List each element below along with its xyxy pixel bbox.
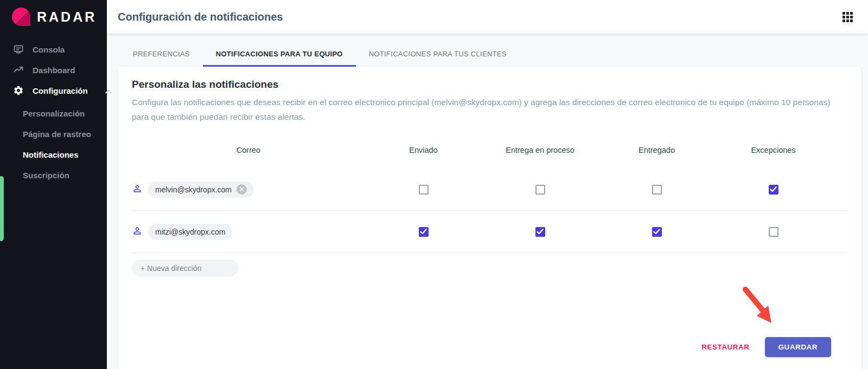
email-chip-label: melvin@skydropx.com — [155, 185, 232, 194]
page-title: Configuración de notificaciones — [118, 11, 283, 23]
sidebar-item-label: Configuración — [33, 86, 88, 95]
sidebar-subitem-label: Personalización — [23, 109, 85, 118]
sidebar-item-notificaciones[interactable]: Notificaciones — [0, 144, 107, 165]
tab-notificaciones-equipo[interactable]: NOTIFICACIONES PARA TU EQUIPO — [203, 44, 356, 67]
chevron-up-icon — [105, 86, 112, 95]
brand-name: RADAR — [37, 9, 97, 25]
email-cell: melvin@skydropx.com ✕ — [132, 182, 365, 198]
table-header-row: Correo Enviado Entrega en proceso Entreg… — [132, 143, 847, 169]
column-header-excepciones: Excepciones — [715, 143, 832, 169]
checkbox-row1-excepciones[interactable] — [769, 185, 778, 195]
column-header-correo: Correo — [132, 143, 365, 169]
column-header-entregado: Entregado — [598, 143, 715, 169]
checkbox-row2-excepciones[interactable] — [769, 227, 778, 237]
save-button[interactable]: GUARDAR — [765, 337, 832, 357]
checkbox-row1-entrega-en-proceso[interactable] — [535, 185, 545, 195]
sidebar-item-personalizacion[interactable]: Personalización — [0, 103, 107, 124]
app-window: RADAR Consola Dashboa — [0, 0, 868, 369]
column-header-enviado: Enviado — [365, 143, 482, 169]
console-icon — [13, 44, 24, 55]
sidebar-subitem-label: Suscripción — [23, 171, 69, 180]
notifications-card: Personaliza las notificaciones Configura… — [118, 67, 861, 369]
trending-up-icon — [13, 64, 24, 75]
column-header-entrega-en-proceso: Entrega en proceso — [482, 143, 598, 169]
brand-logo[interactable]: RADAR — [0, 0, 107, 34]
person-icon — [132, 225, 143, 238]
gear-icon — [13, 85, 24, 96]
footer-actions: RESTAURAR GUARDAR — [132, 337, 847, 361]
email-chip[interactable]: mitzi@skydropx.com — [148, 224, 232, 240]
section-heading: Personaliza las notificaciones — [132, 79, 847, 90]
configuracion-submenu: Personalización Página de rastreo Notifi… — [0, 101, 107, 185]
sidebar-item-suscripcion[interactable]: Suscripción — [0, 165, 107, 185]
checkbox-row2-entregado[interactable] — [652, 227, 662, 237]
person-icon — [132, 183, 143, 196]
add-address-button[interactable]: + Nueva dirección — [132, 260, 238, 277]
tab-preferencias[interactable]: PREFERENCIAS — [120, 44, 203, 67]
sidebar-subitem-label: Notificaciones — [23, 150, 79, 159]
scroll-indicator — [0, 176, 4, 241]
radar-logo-icon — [12, 8, 30, 26]
email-cell: mitzi@skydropx.com — [132, 224, 365, 240]
sidebar-item-consola[interactable]: Consola — [0, 39, 107, 60]
sidebar-nav: Consola Dashboard Configuración — [0, 34, 107, 101]
top-bar: Configuración de notificaciones — [107, 0, 868, 34]
sidebar-item-configuracion[interactable]: Configuración — [0, 80, 107, 101]
table-row: mitzi@skydropx.com — [132, 211, 847, 253]
apps-grid-icon[interactable] — [843, 12, 853, 22]
email-chip[interactable]: melvin@skydropx.com ✕ — [148, 182, 254, 198]
sidebar-item-pagina-de-rastreo[interactable]: Página de rastreo — [0, 124, 107, 144]
checkbox-row2-enviado[interactable] — [419, 227, 429, 237]
sidebar-item-label: Dashboard — [33, 66, 75, 75]
sidebar: RADAR Consola Dashboa — [0, 0, 107, 369]
section-description: Configura las notificaciones que deseas … — [132, 95, 847, 124]
email-chip-label: mitzi@skydropx.com — [155, 228, 225, 236]
sidebar-item-label: Consola — [33, 45, 65, 54]
checkbox-row1-entregado[interactable] — [652, 185, 662, 195]
checkbox-row2-entrega-en-proceso[interactable] — [535, 227, 545, 237]
remove-email-icon[interactable]: ✕ — [237, 184, 247, 195]
table-row: melvin@skydropx.com ✕ — [132, 169, 847, 211]
restore-button[interactable]: RESTAURAR — [701, 343, 749, 351]
sidebar-subitem-label: Página de rastreo — [23, 130, 91, 139]
checkbox-row1-enviado[interactable] — [419, 185, 429, 195]
sidebar-item-dashboard[interactable]: Dashboard — [0, 60, 107, 80]
notifications-table: Correo Enviado Entrega en proceso Entreg… — [132, 143, 847, 253]
main-area: Configuración de notificaciones PREFEREN… — [107, 0, 868, 369]
tab-notificaciones-clientes[interactable]: NOTIFICACIONES PARA TUS CLIENTES — [356, 44, 520, 67]
tab-bar: PREFERENCIAS NOTIFICACIONES PARA TU EQUI… — [120, 44, 868, 67]
